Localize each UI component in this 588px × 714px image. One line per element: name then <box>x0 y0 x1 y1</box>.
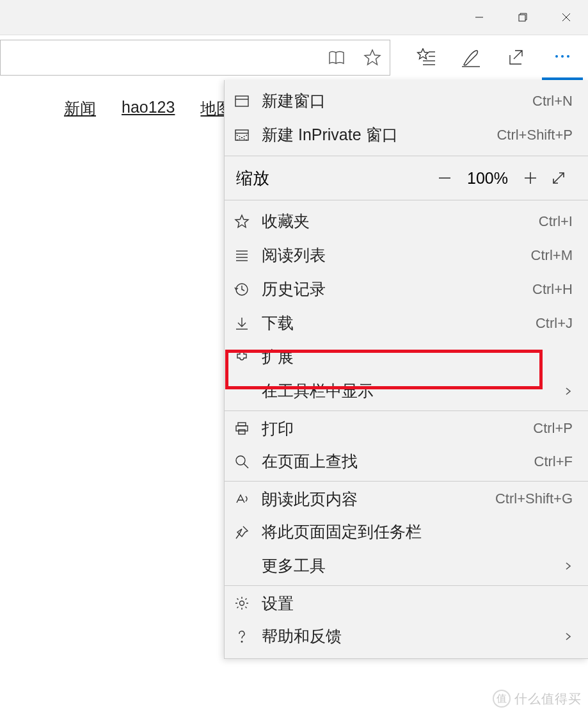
svg-rect-1 <box>519 15 525 21</box>
svg-rect-33 <box>236 426 248 431</box>
chevron-right-icon <box>560 387 573 396</box>
menu-shortcut: Ctrl+F <box>534 453 573 470</box>
menu-shortcut: Ctrl+M <box>531 247 573 264</box>
svg-marker-4 <box>365 50 380 65</box>
zoom-in-button[interactable] <box>516 164 544 192</box>
svg-point-35 <box>236 456 245 465</box>
window-maximize-button[interactable] <box>501 0 544 35</box>
favorite-star-icon[interactable] <box>363 48 382 67</box>
svg-point-38 <box>241 641 242 642</box>
watermark-badge: 值 <box>493 690 511 708</box>
watermark: 值 什么值得买 <box>493 690 582 708</box>
menu-label: 下载 <box>262 312 536 334</box>
menu-shortcut: Ctrl+Shift+P <box>497 127 573 143</box>
menu-downloads[interactable]: 下载 Ctrl+J <box>225 306 588 340</box>
menu-label: 阅读列表 <box>262 245 531 266</box>
download-icon <box>234 315 250 332</box>
window-close-button[interactable] <box>544 0 588 35</box>
inprivate-window-icon <box>234 127 250 143</box>
pin-icon <box>234 524 250 540</box>
zoom-value: 100% <box>459 169 516 188</box>
menu-shortcut: Ctrl+H <box>532 281 573 298</box>
help-icon <box>234 628 250 645</box>
menu-read-aloud[interactable]: 朗读此页内容 Ctrl+Shift+G <box>225 481 588 515</box>
menu-new-inprivate[interactable]: 新建 InPrivate 窗口 Ctrl+Shift+P <box>225 118 588 152</box>
svg-point-11 <box>555 55 558 58</box>
zoom-label: 缩放 <box>236 167 269 190</box>
window-title-bar <box>0 0 588 35</box>
print-icon <box>234 420 250 437</box>
reading-list-icon <box>234 247 250 264</box>
menu-label: 历史记录 <box>262 279 532 300</box>
svg-line-36 <box>244 464 248 468</box>
nav-link-news[interactable]: 新闻 <box>64 98 96 119</box>
chevron-right-icon <box>560 562 573 571</box>
favorites-list-icon[interactable] <box>416 47 436 68</box>
history-icon <box>234 281 250 298</box>
menu-shortcut: Ctrl+I <box>539 213 573 230</box>
browser-toolbar <box>0 35 588 80</box>
menu-label: 打印 <box>262 418 533 439</box>
svg-line-19 <box>237 135 247 140</box>
svg-marker-24 <box>235 215 248 227</box>
share-icon[interactable] <box>505 47 526 68</box>
menu-settings[interactable]: 设置 <box>225 585 588 619</box>
notes-pen-icon[interactable] <box>461 47 481 68</box>
toolbar-icon-group <box>416 47 526 68</box>
zoom-out-button[interactable] <box>431 164 459 192</box>
menu-label: 扩展 <box>262 346 573 368</box>
menu-label: 新建窗口 <box>262 90 532 111</box>
new-window-icon <box>234 93 250 110</box>
gear-icon <box>234 595 250 612</box>
star-icon <box>234 213 250 230</box>
svg-point-37 <box>240 601 244 606</box>
svg-rect-14 <box>235 96 248 106</box>
more-menu-button[interactable] <box>542 35 583 80</box>
menu-label: 朗读此页内容 <box>262 489 495 510</box>
menu-shortcut: Ctrl+N <box>532 93 573 110</box>
svg-point-13 <box>567 55 569 58</box>
svg-point-12 <box>561 55 564 58</box>
svg-rect-32 <box>238 423 246 426</box>
settings-dropdown-menu: 新建窗口 Ctrl+N 新建 InPrivate 窗口 Ctrl+Shift+P… <box>224 80 588 659</box>
menu-label: 收藏夹 <box>262 211 539 232</box>
menu-label: 新建 InPrivate 窗口 <box>262 124 497 145</box>
search-icon <box>234 453 250 470</box>
menu-print[interactable]: 打印 Ctrl+P <box>225 410 588 444</box>
menu-extensions[interactable]: 扩展 <box>225 340 588 374</box>
menu-new-window[interactable]: 新建窗口 Ctrl+N <box>225 84 588 118</box>
menu-help[interactable]: 帮助和反馈 <box>225 619 588 653</box>
menu-zoom-row: 缩放 100% <box>225 156 588 200</box>
fullscreen-button[interactable] <box>544 164 573 192</box>
reading-view-icon[interactable] <box>327 48 346 67</box>
extension-icon <box>234 349 250 366</box>
menu-show-in-toolbar[interactable]: 在工具栏中显示 <box>225 374 588 408</box>
read-aloud-icon <box>234 491 250 507</box>
menu-label: 在页面上查找 <box>262 451 534 472</box>
menu-find[interactable]: 在页面上查找 Ctrl+F <box>225 444 588 478</box>
menu-label: 将此页面固定到任务栏 <box>262 521 573 542</box>
menu-favorites[interactable]: 收藏夹 Ctrl+I <box>225 204 588 238</box>
menu-label: 在工具栏中显示 <box>262 380 560 402</box>
menu-shortcut: Ctrl+J <box>536 315 573 332</box>
menu-shortcut: Ctrl+P <box>533 420 573 437</box>
window-minimize-button[interactable] <box>457 0 501 35</box>
menu-pin-taskbar[interactable]: 将此页面固定到任务栏 <box>225 515 588 549</box>
menu-label: 设置 <box>262 593 573 614</box>
menu-more-tools[interactable]: 更多工具 <box>225 549 588 583</box>
watermark-text: 什么值得买 <box>514 690 582 708</box>
svg-line-23 <box>553 173 564 183</box>
menu-history[interactable]: 历史记录 Ctrl+H <box>225 272 588 306</box>
nav-link-hao123[interactable]: hao123 <box>122 98 175 119</box>
menu-label: 帮助和反馈 <box>262 626 560 647</box>
svg-rect-34 <box>239 430 245 434</box>
menu-label: 更多工具 <box>262 555 560 576</box>
svg-marker-5 <box>418 49 429 59</box>
menu-shortcut: Ctrl+Shift+G <box>495 491 573 507</box>
chevron-right-icon <box>560 632 573 641</box>
address-bar[interactable] <box>0 40 390 76</box>
menu-reading-list[interactable]: 阅读列表 Ctrl+M <box>225 238 588 272</box>
